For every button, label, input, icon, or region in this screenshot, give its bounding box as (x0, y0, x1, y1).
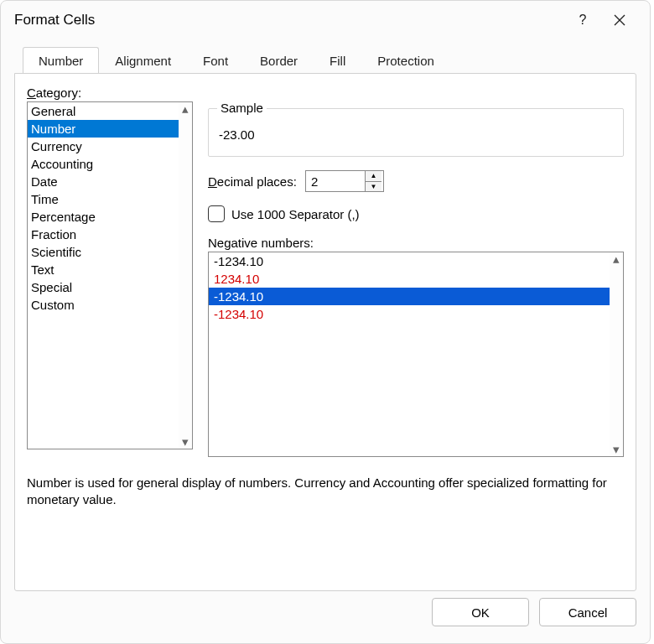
description-text: Number is used for general display of nu… (27, 475, 624, 509)
category-item[interactable]: Currency (28, 138, 179, 155)
thousands-separator-row: Use 1000 Separator (,) (208, 205, 624, 222)
negative-numbers-label: Negative numbers: (208, 236, 624, 250)
help-button[interactable]: ? (564, 7, 601, 34)
dialog-body: NumberAlignmentFontBorderFillProtection … (14, 46, 636, 630)
category-listbox[interactable]: GeneralNumberCurrencyAccountingDateTimeP… (27, 101, 193, 449)
category-item[interactable]: Scientific (28, 243, 179, 261)
negative-format-item[interactable]: -1234.10 (209, 305, 610, 323)
tab-panel-number: Category: GeneralNumberCurrencyAccountin… (14, 73, 636, 591)
category-item[interactable]: Custom (28, 296, 179, 314)
scroll-up-icon[interactable]: ▴ (610, 252, 623, 266)
cancel-button[interactable]: Cancel (539, 598, 636, 626)
thousands-separator-label: Use 1000 Separator (,) (231, 207, 360, 221)
category-item[interactable]: Fraction (28, 226, 179, 243)
category-item[interactable]: Text (28, 261, 179, 278)
category-item[interactable]: Accounting (28, 155, 179, 173)
columns: GeneralNumberCurrencyAccountingDateTimeP… (27, 101, 624, 457)
negative-scrollbar[interactable]: ▴ ▾ (610, 252, 623, 456)
ok-button[interactable]: OK (432, 598, 529, 626)
negative-format-item[interactable]: -1234.10 (209, 252, 610, 270)
category-item[interactable]: Number (28, 120, 179, 138)
close-icon (614, 14, 625, 26)
titlebar: Format Cells ? (1, 1, 650, 39)
decimal-places-label: Decimal places: (208, 174, 297, 189)
scroll-down-icon[interactable]: ▾ (610, 443, 623, 456)
tab-font[interactable]: Font (187, 47, 244, 74)
scroll-down-icon[interactable]: ▾ (179, 435, 192, 449)
decimal-places-row: Decimal places: ▲ ▼ (208, 170, 624, 192)
settings-pane: Sample -23.00 Decimal places: ▲ ▼ (208, 101, 624, 457)
thousands-separator-checkbox[interactable] (208, 205, 225, 222)
tab-alignment[interactable]: Alignment (99, 47, 187, 74)
category-item[interactable]: General (28, 102, 179, 120)
tab-fill[interactable]: Fill (314, 47, 361, 74)
dialog-title: Format Cells (14, 12, 564, 29)
negative-format-item[interactable]: -1234.10 (209, 288, 610, 305)
category-item[interactable]: Date (28, 173, 179, 190)
category-item[interactable]: Percentage (28, 208, 179, 226)
tab-protection[interactable]: Protection (361, 47, 450, 74)
negative-numbers-listbox[interactable]: -1234.101234.10-1234.10-1234.10 ▴ ▾ (208, 252, 624, 457)
dialog-footer: OK Cancel (432, 598, 636, 626)
format-cells-dialog: Format Cells ? NumberAlignmentFontBorder… (0, 0, 651, 644)
tabstrip: NumberAlignmentFontBorderFillProtection (23, 46, 636, 73)
category-label: Category: (27, 86, 624, 100)
category-item[interactable]: Time (28, 190, 179, 208)
category-scrollbar[interactable]: ▴ ▾ (179, 102, 192, 449)
tab-border[interactable]: Border (244, 47, 314, 74)
help-icon: ? (579, 13, 587, 28)
decimal-places-spinner[interactable]: ▲ ▼ (305, 170, 384, 192)
spinner-up-button[interactable]: ▲ (366, 171, 382, 182)
spinner-down-button[interactable]: ▼ (366, 182, 382, 192)
category-item[interactable]: Special (28, 278, 179, 296)
negative-format-item[interactable]: 1234.10 (209, 270, 610, 288)
decimal-places-input[interactable] (306, 171, 365, 191)
tab-number[interactable]: Number (23, 47, 99, 74)
scroll-up-icon[interactable]: ▴ (179, 102, 192, 116)
sample-legend: Sample (217, 101, 267, 115)
sample-group: Sample -23.00 (208, 108, 624, 157)
close-button[interactable] (601, 7, 638, 34)
sample-value: -23.00 (219, 109, 613, 142)
